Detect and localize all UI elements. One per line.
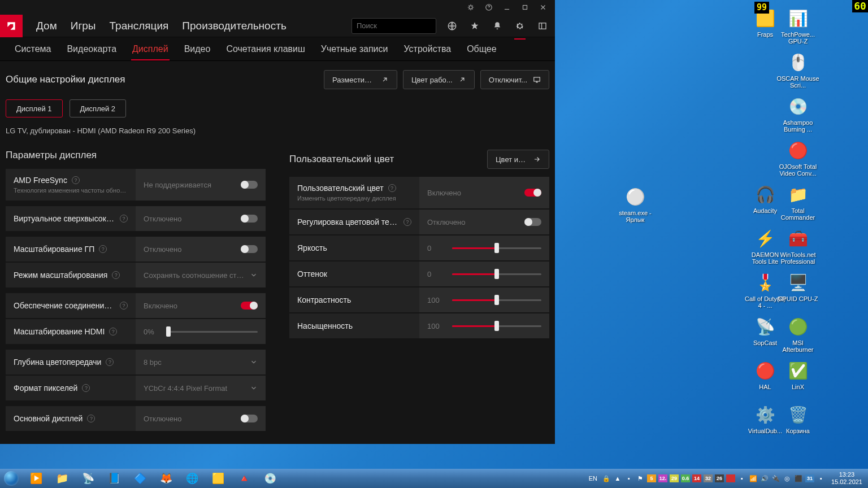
tray-adobe-icon[interactable]: ▪ bbox=[737, 474, 747, 483]
tray-badge[interactable]: 0.6 bbox=[681, 474, 690, 482]
tray-flag-icon[interactable]: ⚑ bbox=[636, 474, 645, 483]
taskbar-item-firefox[interactable]: 🦊 bbox=[154, 470, 179, 487]
primary-display-toggle[interactable] bbox=[241, 415, 258, 422]
help-icon[interactable]: ? bbox=[120, 302, 128, 310]
brightness-slider[interactable] bbox=[452, 247, 541, 249]
subnav-devices[interactable]: Устройства bbox=[397, 37, 458, 60]
taskbar-item-media-player[interactable]: ▶️ bbox=[24, 470, 49, 487]
taskbar-item-app1[interactable]: 🔷 bbox=[128, 470, 153, 487]
subnav-system[interactable]: Система bbox=[8, 37, 58, 60]
vsr-toggle[interactable] bbox=[241, 215, 258, 223]
disable-display-button[interactable]: Отключит... bbox=[480, 70, 549, 89]
subnav-accounts[interactable]: Учетные записи bbox=[314, 37, 395, 60]
help-icon[interactable]: ? bbox=[87, 415, 95, 422]
search-box[interactable] bbox=[351, 18, 436, 34]
taskbar-item-disc[interactable]: 💿 bbox=[258, 470, 283, 487]
taskbar-item-explorer[interactable]: 📁 bbox=[50, 470, 75, 487]
tray-badge[interactable] bbox=[726, 474, 735, 482]
subnav-video[interactable]: Видео bbox=[177, 37, 218, 60]
tray-badge[interactable]: 29 bbox=[670, 474, 679, 482]
tray-msi-icon[interactable]: ◎ bbox=[783, 474, 792, 483]
desktop-icon[interactable]: 📁Total Commander bbox=[776, 183, 819, 221]
gpu-scaling-toggle[interactable] bbox=[241, 245, 258, 253]
close-icon[interactable] bbox=[535, 1, 552, 14]
hdmi-link-toggle[interactable] bbox=[241, 302, 258, 310]
tray-gpu-icon[interactable]: ▪ bbox=[817, 474, 826, 483]
star-icon[interactable] bbox=[466, 17, 484, 35]
desktop-icon-steam[interactable]: ⚪steam.exe - Ярлык bbox=[614, 185, 657, 223]
display-2-tab[interactable]: Дисплей 2 bbox=[70, 99, 127, 117]
arrange-displays-button[interactable]: Разместить д... bbox=[324, 70, 397, 89]
tray-shield-icon[interactable]: ⬛ bbox=[794, 474, 803, 483]
help-icon[interactable]: ? bbox=[120, 215, 128, 223]
help-icon[interactable]: ? bbox=[112, 271, 120, 279]
subnav-display[interactable]: Дисплей bbox=[125, 37, 175, 60]
taskbar-item-word[interactable]: 📘 bbox=[102, 470, 127, 487]
help-icon[interactable]: ? bbox=[72, 176, 80, 184]
help-icon[interactable]: ? bbox=[82, 384, 90, 392]
taskbar-clock[interactable]: 13:2315.02.2021 bbox=[828, 471, 865, 486]
tray-badge[interactable]: 26 bbox=[715, 474, 724, 482]
tray-lock-icon[interactable]: 🔒 bbox=[602, 474, 611, 483]
desktop-icon[interactable]: 🗑️Корзина bbox=[776, 403, 819, 434]
desktop-icon[interactable]: 🖱️OSCAR Mouse Scri... bbox=[776, 51, 819, 89]
nav-games[interactable]: Игры bbox=[65, 15, 102, 37]
desktop-icon[interactable]: ✅LinX bbox=[776, 359, 819, 390]
desktop-icon[interactable]: 🔴OJOsoft Total Video Conv... bbox=[776, 139, 819, 177]
tray-up-icon[interactable]: ▲ bbox=[613, 474, 622, 483]
tray-badge[interactable]: 32 bbox=[704, 474, 713, 482]
tray-badge[interactable]: 5 bbox=[647, 474, 656, 482]
game-color-button[interactable]: Цвет игры bbox=[487, 150, 549, 169]
tray-vol-icon[interactable]: 🔊 bbox=[760, 474, 769, 483]
tray-num-badge[interactable]: 31 bbox=[805, 474, 814, 482]
taskbar-item-amd[interactable]: 🔺 bbox=[232, 470, 257, 487]
desktop-color-button[interactable]: Цвет рабо... bbox=[403, 70, 475, 89]
help-icon[interactable]: ? bbox=[109, 328, 117, 336]
subnav-general[interactable]: Общее bbox=[460, 37, 503, 60]
hue-slider[interactable] bbox=[452, 273, 541, 275]
help-icon[interactable]: ? bbox=[99, 245, 107, 253]
nav-streaming[interactable]: Трансляция bbox=[104, 15, 175, 37]
contrast-slider[interactable] bbox=[452, 299, 541, 301]
help-icon[interactable]: ? bbox=[388, 184, 396, 192]
tray-hdd-icon[interactable]: ▪ bbox=[624, 474, 633, 483]
color-depth-select[interactable]: 8 bpc bbox=[136, 350, 266, 374]
subnav-hotkeys[interactable]: Сочетания клавиш bbox=[219, 37, 311, 60]
tray-badge[interactable]: 12. bbox=[658, 474, 667, 482]
color-temp-toggle[interactable] bbox=[524, 218, 541, 226]
minimize-icon[interactable] bbox=[498, 1, 515, 14]
help-icon[interactable]: ? bbox=[106, 358, 114, 366]
tray-badge[interactable]: 14 bbox=[692, 474, 701, 482]
taskbar-item-sopcast[interactable]: 📡 bbox=[76, 470, 101, 487]
web-icon[interactable] bbox=[443, 17, 461, 35]
nav-home[interactable]: Дом bbox=[31, 15, 63, 37]
pixel-format-select[interactable]: YCbCr 4:4:4 Pixel Format bbox=[136, 376, 266, 400]
tray-power-icon[interactable]: 🔌 bbox=[771, 474, 780, 483]
nav-performance[interactable]: Производительность bbox=[176, 15, 292, 37]
language-indicator[interactable]: EN bbox=[587, 475, 600, 482]
scaling-mode-select[interactable]: Сохранять соотношение сторон bbox=[136, 263, 266, 287]
desktop-icon[interactable]: 📊TechPowe... GPU-Z bbox=[776, 7, 819, 45]
maximize-icon[interactable] bbox=[517, 1, 533, 14]
help-icon[interactable]: ? bbox=[403, 218, 411, 226]
help-icon[interactable] bbox=[480, 1, 497, 14]
subnav-gpu[interactable]: Видеокарта bbox=[60, 37, 123, 60]
desktop-icon[interactable]: 🧰WinTools.net Professional bbox=[776, 227, 819, 265]
desktop-icon[interactable]: 🟢MSI Afterburner bbox=[776, 315, 819, 353]
start-button[interactable] bbox=[0, 469, 23, 488]
layout-icon[interactable] bbox=[533, 17, 552, 35]
freesync-toggle[interactable] bbox=[241, 181, 258, 189]
tray-net-icon[interactable]: 📶 bbox=[749, 474, 758, 483]
taskbar-item-fraps[interactable]: 🟨 bbox=[206, 470, 231, 487]
custom-color-toggle[interactable] bbox=[524, 189, 541, 197]
bell-icon[interactable] bbox=[488, 17, 506, 35]
desktop-icon[interactable]: 💿Ashampoo Burning ... bbox=[776, 95, 819, 133]
bug-icon[interactable] bbox=[462, 1, 479, 14]
hdmi-scaling-slider[interactable] bbox=[168, 331, 258, 333]
display-1-tab[interactable]: Дисплей 1 bbox=[6, 99, 63, 117]
taskbar-item-chrome[interactable]: 🌐 bbox=[180, 470, 205, 487]
gear-icon[interactable] bbox=[511, 17, 529, 35]
desktop-icon[interactable]: 🖥️CPUID CPU-Z bbox=[776, 271, 819, 302]
search-input[interactable] bbox=[357, 21, 452, 30]
saturation-slider[interactable] bbox=[452, 325, 541, 327]
